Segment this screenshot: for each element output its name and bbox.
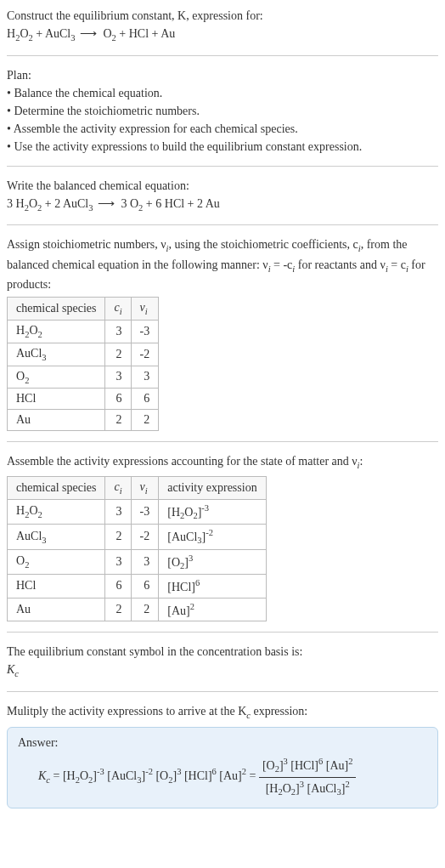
col-species: chemical species [8, 476, 105, 499]
basis-text: The equilibrium constant symbol in the c… [7, 643, 438, 661]
table-header-row: chemical species ci νi activity expressi… [8, 476, 267, 499]
col-nui: νi [131, 476, 159, 499]
balanced-section: Write the balanced chemical equation: 3 … [7, 177, 438, 226]
fraction: [O2]3 [HCl]6 [Au]2[H2O2]3 [AuCl3]2 [259, 755, 357, 798]
multiply-text: Mulitply the activity expressions to arr… [7, 702, 438, 723]
table-row: O2 3 3 [8, 366, 159, 389]
basis-section: The equilibrium constant symbol in the c… [7, 643, 438, 692]
table-row: O2 3 3 [O2]3 [8, 549, 267, 574]
table-row: Au 2 2 [8, 410, 159, 431]
species-h2o2: H2O2 [7, 27, 33, 40]
basis-symbol: Kc [7, 661, 438, 681]
species-hcl: HCl [129, 27, 149, 40]
table-row: HCl 6 6 [8, 389, 159, 410]
prompt-equation: H2O2 + AuCl3 ⟶ O2 + HCl + Au [7, 25, 438, 45]
col-ci: ci [105, 476, 131, 499]
prompt-section: Construct the equilibrium constant, K, e… [7, 7, 438, 56]
balanced-title: Write the balanced chemical equation: [7, 177, 438, 195]
table-row: H2O2 3 -3 [H2O2]-3 [8, 499, 267, 524]
table-row: Au 2 2 [Au]2 [8, 598, 267, 621]
assemble-text: Assemble the activity expressions accoun… [7, 452, 438, 473]
plan-bullet: • Use the activity expressions to build … [7, 138, 438, 156]
assign-section: Assign stoichiometric numbers, νi, using… [7, 235, 438, 442]
plan-title: Plan: [7, 66, 438, 84]
col-species: chemical species [8, 298, 105, 321]
plan-bullet: • Determine the stoichiometric numbers. [7, 102, 438, 120]
answer-label: Answer: [18, 736, 427, 750]
col-ci: ci [105, 298, 131, 321]
table-row: AuCl3 2 -2 [8, 343, 159, 366]
reaction-arrow-icon: ⟶ [75, 27, 103, 40]
species-o2: O2 [103, 27, 115, 40]
stoichiometry-table: chemical species ci νi H2O2 3 -3 AuCl3 2… [7, 297, 159, 431]
answer-box: Answer: Kc = [H2O2]-3 [AuCl3]-2 [O2]3 [H… [7, 727, 438, 808]
assemble-section: Assemble the activity expressions accoun… [7, 452, 438, 633]
fraction-denominator: [H2O2]3 [AuCl3]2 [259, 778, 357, 799]
assign-text: Assign stoichiometric numbers, νi, using… [7, 235, 438, 293]
col-nui: νi [131, 298, 159, 321]
species-au: Au [161, 27, 175, 40]
answer-equation: Kc = [H2O2]-3 [AuCl3]-2 [O2]3 [HCl]6 [Au… [18, 755, 427, 798]
col-activity: activity expression [159, 476, 266, 499]
table-row: H2O2 3 -3 [8, 320, 159, 343]
table-header-row: chemical species ci νi [8, 298, 159, 321]
plan-bullet: • Balance the chemical equation. [7, 84, 438, 102]
table-row: AuCl3 2 -2 [AuCl3]-2 [8, 525, 267, 549]
reaction-arrow-icon: ⟶ [93, 197, 121, 210]
table-row: HCl 6 6 [HCl]6 [8, 575, 267, 599]
species-aucl3: AuCl3 [45, 27, 76, 40]
plan-section: Plan: • Balance the chemical equation. •… [7, 66, 438, 167]
fraction-numerator: [O2]3 [HCl]6 [Au]2 [259, 755, 357, 777]
balanced-equation: 3 H2O2 + 2 AuCl3 ⟶ 3 O2 + 6 HCl + 2 Au [7, 195, 438, 215]
activity-table: chemical species ci νi activity expressi… [7, 476, 267, 621]
prompt-line1: Construct the equilibrium constant, K, e… [7, 7, 438, 25]
multiply-section: Mulitply the activity expressions to arr… [7, 702, 438, 819]
plan-bullet: • Assemble the activity expression for e… [7, 120, 438, 138]
